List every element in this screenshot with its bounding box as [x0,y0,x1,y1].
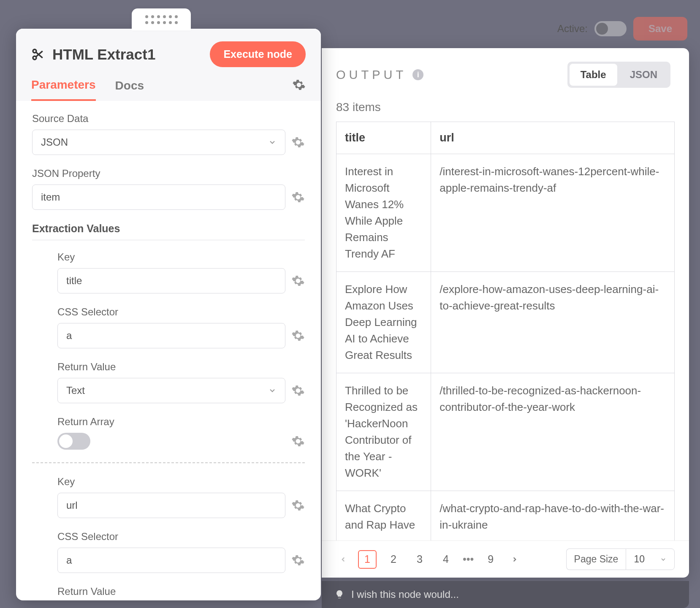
tab-docs[interactable]: Docs [115,79,144,100]
source-data-label: Source Data [32,113,305,125]
page-next-button[interactable] [507,552,522,567]
chevron-down-icon [268,386,277,395]
return-value-label: Return Value [57,586,305,597]
css-selector-label: CSS Selector [57,306,305,318]
json-property-input[interactable] [32,185,285,210]
json-property-label: JSON Property [32,168,305,179]
execute-node-button[interactable]: Execute node [210,41,306,67]
active-label: Active: [557,23,588,35]
return-value-label: Return Value [57,361,305,373]
tab-parameters[interactable]: Parameters [31,78,96,101]
page-size-select[interactable]: 10 [626,548,675,570]
svg-point-0 [33,49,36,53]
page-number[interactable]: 1 [358,550,377,569]
page-number[interactable]: 4 [437,550,455,569]
cell-title: What Crypto and Rap Have [336,491,431,541]
feedback-text: I wish this node would... [351,589,459,600]
drag-handle[interactable] [132,8,191,30]
return-value-text: Text [66,385,85,396]
table-row[interactable]: Thrilled to be Recognized as 'HackerNoon… [336,373,675,491]
table-row[interactable]: What Crypto and Rap Have/what-crypto-and… [336,491,675,541]
cell-url: /what-crypto-and-rap-have-to-do-with-the… [431,491,675,541]
table-row[interactable]: Interest in Microsoft Wanes 12% While Ap… [336,154,675,272]
source-data-select[interactable]: JSON [32,130,285,155]
cell-url: /interest-in-microsoft-wanes-12percent-w… [431,154,675,272]
items-count: 83 items [322,88,689,122]
view-toggle: Table JSON [567,62,670,88]
return-array-label: Return Array [57,416,305,428]
cell-title: Thrilled to be Recognized as 'HackerNoon… [336,373,431,491]
chevron-left-icon [339,556,347,563]
page-size-label: Page Size [566,548,626,570]
page-size-value: 10 [634,554,645,565]
field-options-button[interactable] [291,274,305,288]
field-options-button[interactable] [291,554,305,567]
output-table: title url Interest in Microsoft Wanes 12… [336,122,675,540]
field-options-button[interactable] [291,136,305,149]
extraction-divider [32,462,305,463]
column-header-title[interactable]: title [336,122,431,154]
css-selector-input[interactable] [57,548,285,573]
view-json-button[interactable]: JSON [619,64,668,86]
page-number[interactable]: 3 [410,550,429,569]
page-prev-button[interactable] [336,552,350,567]
cell-title: Interest in Microsoft Wanes 12% While Ap… [336,154,431,272]
field-options-button[interactable] [291,384,305,397]
svg-point-1 [33,56,36,60]
node-title: HTML Extract1 [52,46,155,63]
active-toggle[interactable] [594,21,627,36]
source-data-value: JSON [41,136,68,148]
page-number[interactable]: 9 [481,550,500,569]
info-icon[interactable]: i [412,69,423,80]
save-button[interactable]: Save [633,17,687,41]
return-value-select[interactable]: Text [57,378,285,403]
cell-title: Explore How Amazon Uses Deep Learning AI… [336,272,431,373]
view-table-button[interactable]: Table [570,64,617,86]
field-options-button[interactable] [291,434,305,448]
node-config-panel: HTML Extract1 Execute node Parameters Do… [16,29,321,600]
cell-url: /thrilled-to-be-recognized-as-hackernoon… [431,373,675,491]
chevron-right-icon [511,556,518,563]
gear-icon [292,78,306,92]
field-options-button[interactable] [291,190,305,204]
table-row[interactable]: Explore How Amazon Uses Deep Learning AI… [336,272,675,373]
output-title: OUTPUT [336,68,407,82]
key-input[interactable] [57,268,285,293]
field-options-button[interactable] [291,499,305,512]
css-selector-label: CSS Selector [57,531,305,543]
chevron-down-icon [268,138,277,147]
page-number[interactable]: 2 [384,550,403,569]
chevron-down-icon [660,556,667,563]
drag-dots-icon [145,15,178,24]
key-label: Key [57,476,305,488]
column-header-url[interactable]: url [431,122,675,154]
feedback-bar[interactable]: I wish this node would... [322,581,689,608]
scissors-icon [31,48,45,61]
return-array-toggle[interactable] [57,433,90,450]
field-options-button[interactable] [291,329,305,342]
key-input[interactable] [57,493,285,518]
lightbulb-icon [334,589,345,600]
settings-gear-button[interactable] [292,78,306,101]
page-ellipsis: ••• [463,553,474,565]
cell-url: /explore-how-amazon-uses-deep-learning-a… [431,272,675,373]
extraction-values-heading: Extraction Values [32,223,305,240]
key-label: Key [57,251,305,263]
output-panel: OUTPUT i Table JSON 83 items title url I… [322,48,689,578]
css-selector-input[interactable] [57,323,285,348]
